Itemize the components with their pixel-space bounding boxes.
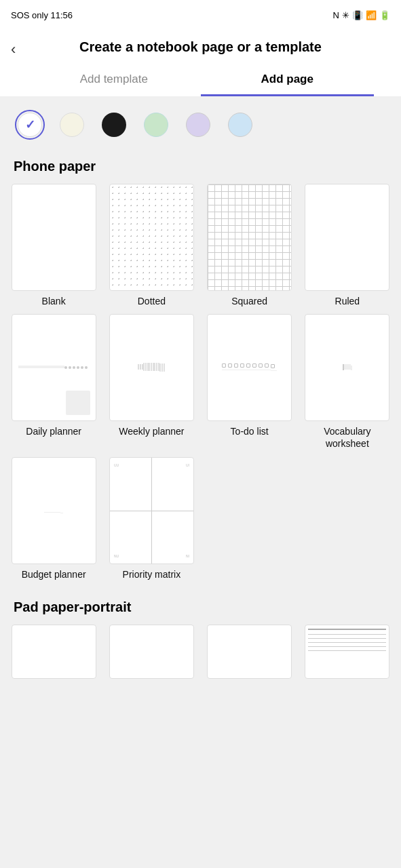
template-todo-list[interactable]: To-do list	[204, 314, 295, 450]
back-button[interactable]: ‹	[11, 41, 16, 58]
template-thumb-priority: UU UI NU NI	[109, 457, 194, 564]
template-label-ruled: Ruled	[335, 295, 360, 307]
nfc-icon: N	[333, 10, 339, 20]
template-label-squared: Squared	[231, 295, 267, 307]
phone-paper-section: Phone paper Blank Dotted Squared	[0, 153, 401, 587]
template-label-budget: Budget planner	[22, 568, 86, 580]
tab-add-template[interactable]: Add template	[27, 64, 201, 96]
phone-paper-grid: Blank Dotted Squared	[8, 184, 393, 587]
phone-paper-title: Phone paper	[8, 153, 393, 184]
template-priority-matrix[interactable]: UU UI NU NI Priority matrix	[106, 457, 197, 580]
pad-paper-title: Pad paper-portrait	[8, 594, 393, 625]
template-vocab-worksheet[interactable]: Vocabulary worksheet	[302, 314, 393, 450]
pad-paper-grid	[8, 625, 393, 686]
template-ruled[interactable]: Ruled	[302, 184, 393, 307]
wifi-icon: 📶	[366, 10, 377, 20]
status-bar: SOS only 11:56 N ✳ 📳 📶 🔋	[0, 0, 401, 30]
template-pad-ruled[interactable]	[302, 625, 393, 679]
template-pad-squared[interactable]	[204, 625, 295, 679]
color-option-green[interactable]	[141, 110, 171, 140]
color-option-lavender[interactable]	[183, 110, 213, 140]
template-dotted[interactable]: Dotted	[106, 184, 197, 307]
template-label-vocab: Vocabulary worksheet	[302, 425, 393, 450]
template-thumb-todo	[207, 314, 292, 421]
status-icons: N ✳ 📳 📶 🔋	[333, 10, 390, 20]
battery-icon: 🔋	[379, 10, 390, 20]
template-pad-blank[interactable]	[8, 625, 99, 679]
color-selector: ✓	[0, 96, 401, 153]
pad-paper-section: Pad paper-portrait	[0, 587, 401, 686]
template-label-weekly: Weekly planner	[119, 425, 184, 437]
template-thumb-vocab	[305, 314, 389, 421]
template-thumb-pad-blank	[12, 625, 96, 679]
color-option-lightblue[interactable]	[225, 110, 255, 140]
header: ‹ Create a notebook page or a template A…	[0, 30, 401, 96]
template-thumb-ruled	[305, 184, 389, 291]
tab-add-page[interactable]: Add page	[201, 64, 375, 96]
color-option-cream[interactable]	[57, 110, 87, 140]
template-daily-planner[interactable]: Daily planner	[8, 314, 99, 450]
template-thumb-budget	[12, 457, 96, 564]
template-weekly-planner[interactable]: Weekly planner	[106, 314, 197, 450]
template-label-todo: To-do list	[231, 425, 269, 437]
tab-bar: Add template Add page	[27, 64, 374, 96]
template-label-blank: Blank	[42, 295, 66, 307]
vibrate-icon: 📳	[352, 10, 363, 20]
template-pad-dotted[interactable]	[106, 625, 197, 679]
template-thumb-blank	[12, 184, 96, 291]
color-option-white[interactable]: ✓	[15, 110, 45, 140]
template-thumb-pad-dotted	[109, 625, 194, 679]
template-label-dotted: Dotted	[138, 295, 166, 307]
template-label-priority: Priority matrix	[123, 568, 181, 580]
template-thumb-dotted	[109, 184, 194, 291]
bluetooth-icon: ✳	[342, 10, 349, 20]
template-thumb-pad-ruled	[305, 625, 389, 679]
status-left-text: SOS only 11:56	[11, 10, 73, 20]
template-thumb-daily	[12, 314, 96, 421]
template-thumb-squared	[207, 184, 292, 291]
color-option-black[interactable]	[99, 110, 129, 140]
template-blank[interactable]: Blank	[8, 184, 99, 307]
template-squared[interactable]: Squared	[204, 184, 295, 307]
template-thumb-pad-squared	[207, 625, 292, 679]
template-label-daily: Daily planner	[26, 425, 81, 437]
page-title: Create a notebook page or a template	[27, 38, 374, 56]
template-budget-planner[interactable]: Budget planner	[8, 457, 99, 580]
template-thumb-weekly	[109, 314, 194, 421]
